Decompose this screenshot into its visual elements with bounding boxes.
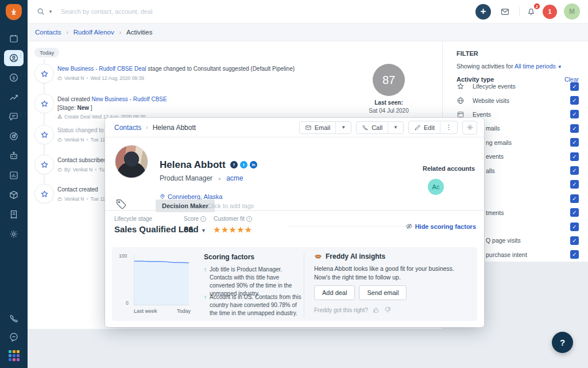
topbar: ▼ + 2 1 M	[28, 0, 588, 23]
lifecycle-row: Lifecycle stage Sales Qualified Lead ▼ S…	[105, 211, 484, 244]
modal-breadcrumb-contacts[interactable]: Contacts	[114, 124, 141, 132]
related-accounts-label: Related accounts	[423, 165, 475, 172]
freddy-message: Helena Abbott looks like a good fit for …	[314, 264, 470, 281]
support-chat-icon[interactable]	[9, 332, 19, 342]
apps-grid-icon[interactable]	[9, 350, 20, 361]
contacts-icon[interactable]: ⋮⋮	[4, 50, 24, 66]
settings-icon[interactable]	[4, 226, 24, 242]
hide-scoring-factors-link[interactable]: Hide scoring factors	[405, 223, 476, 230]
briefcase-icon	[57, 76, 62, 80]
checkbox-checked[interactable]: ✓	[570, 138, 579, 147]
deals-icon[interactable]: $⋮⋮	[4, 70, 24, 86]
thumbs-down-icon[interactable]	[384, 306, 391, 313]
edit-button[interactable]: Edit	[409, 121, 440, 133]
target-icon[interactable]	[4, 128, 24, 144]
info-icon: i	[246, 216, 252, 222]
checkbox-checked[interactable]: ✓	[570, 82, 579, 91]
calendar-icon[interactable]	[4, 30, 24, 47]
quick-add-button[interactable]: +	[475, 4, 491, 20]
gear-icon[interactable]	[462, 121, 477, 135]
score-value: 86	[184, 224, 194, 234]
reports-icon[interactable]	[4, 167, 24, 183]
linkedin-icon[interactable]: in	[250, 161, 257, 168]
lead-score-circle: 87	[373, 64, 405, 96]
search-scope-caret[interactable]: ▼	[48, 9, 53, 14]
time-period-dropdown[interactable]: All time periods	[514, 63, 556, 70]
map-pin-icon	[160, 194, 165, 200]
twitter-icon[interactable]: t	[240, 161, 247, 168]
bot-icon[interactable]	[4, 148, 24, 164]
last-seen-date: Sat 04 Jul 2020	[350, 108, 428, 114]
email-split-button: Email ▼	[299, 121, 351, 134]
freddy-feedback-label: Freddy got this right?	[314, 307, 368, 313]
chart-ymax-label: 100	[119, 253, 127, 259]
tag-icon	[115, 198, 127, 210]
call-split-button: Call ▼	[356, 121, 404, 134]
app-sidebar: ⋮⋮ $⋮⋮ ⋮⋮	[0, 0, 28, 368]
checkbox-checked[interactable]: ✓	[570, 166, 579, 175]
checkbox-checked[interactable]: ✓	[570, 110, 579, 118]
score-trend-chart	[134, 255, 189, 305]
lifecycle-stage-label: Lifecycle stage	[114, 216, 152, 222]
analytics-icon[interactable]	[4, 89, 24, 105]
related-account-avatar[interactable]: Ac	[428, 179, 444, 195]
invoices-icon[interactable]	[4, 206, 24, 223]
checkbox-checked[interactable]: ✓	[570, 152, 579, 161]
timeline-item: New Business - Rudolf CBSE Deal stage ch…	[57, 65, 295, 82]
contact-summary: Helena Abbott f t in Product Manager ● a…	[105, 137, 484, 210]
thumbs-up-icon[interactable]	[373, 306, 380, 313]
chart-ymin-label: 0	[126, 300, 129, 306]
customer-fit-label: Customer fiti	[214, 216, 252, 222]
send-email-button[interactable]: Send email	[359, 285, 407, 300]
call-dropdown-caret[interactable]: ▼	[388, 122, 403, 133]
search-icon[interactable]	[37, 7, 45, 16]
divider	[304, 253, 304, 317]
checkbox-checked[interactable]: ✓	[570, 250, 579, 259]
tag-decision-maker[interactable]: Decision Maker	[156, 200, 215, 212]
svg-text:$: $	[13, 75, 16, 80]
info-icon: i	[200, 216, 206, 222]
help-button[interactable]: ?	[552, 332, 573, 353]
checkbox-checked[interactable]: ✓	[570, 180, 579, 189]
deal-link[interactable]: New Business - Rudolf CBSE Deal	[57, 66, 146, 72]
checkbox-checked[interactable]: ✓	[570, 236, 579, 245]
user-avatar[interactable]: M	[564, 3, 580, 20]
checkbox-checked[interactable]: ✓	[570, 194, 579, 203]
breadcrumb-contacts[interactable]: Contacts	[35, 29, 61, 36]
call-button[interactable]: Call	[357, 122, 388, 133]
add-tags-field[interactable]: Click to add tags	[207, 202, 254, 209]
checkbox-checked[interactable]: ✓	[570, 124, 579, 133]
phone-icon[interactable]	[9, 313, 19, 324]
timeline-item: Status changed to Qu Venkat N•Tue 11 A	[57, 126, 106, 143]
breadcrumb-contact-name[interactable]: Rudolf Alenov	[74, 29, 114, 36]
facebook-icon[interactable]: f	[230, 161, 238, 168]
more-actions-button[interactable]: ⋮	[440, 121, 457, 133]
email-button[interactable]: Email	[300, 122, 336, 133]
lifecycle-event-icon	[34, 155, 54, 174]
freddy-icon	[314, 252, 322, 260]
freshworks-logo[interactable]	[6, 4, 22, 20]
notifications-bell-icon[interactable]: 2	[527, 7, 536, 16]
email-dropdown-caret[interactable]: ▼	[335, 122, 351, 133]
chevron-right-icon: ›	[119, 29, 121, 36]
search-input[interactable]	[61, 8, 233, 15]
lifecycle-event-icon	[34, 125, 54, 144]
timeline-item: Contact created Venkat N•Tue 11 A	[57, 186, 106, 202]
account-link[interactable]: acme	[226, 174, 243, 182]
add-deal-button[interactable]: Add deal	[314, 285, 355, 300]
chats-icon[interactable]: ⋮⋮	[4, 109, 24, 125]
checkbox-checked[interactable]: ✓	[570, 223, 579, 231]
alert-counter-badge[interactable]: 1	[543, 5, 557, 19]
scoring-factors-title: Scoring factors	[204, 253, 254, 261]
lifecycle-event-icon	[34, 94, 54, 113]
checkbox-checked[interactable]: ✓	[570, 96, 579, 105]
customer-fit-stars: ★★★★★	[214, 225, 253, 234]
briefcase-icon	[57, 167, 62, 172]
scoring-factor: ↑ Account is in US. Contacts from this c…	[204, 293, 303, 317]
deal-link[interactable]: New Business - Rudolf CBSE	[91, 96, 167, 102]
briefcase-icon	[57, 137, 62, 142]
email-inbox-button[interactable]	[498, 5, 512, 19]
products-icon[interactable]	[4, 187, 24, 203]
checkbox-checked[interactable]: ✓	[570, 208, 579, 217]
chevron-down-icon[interactable]: ▼	[558, 64, 562, 70]
